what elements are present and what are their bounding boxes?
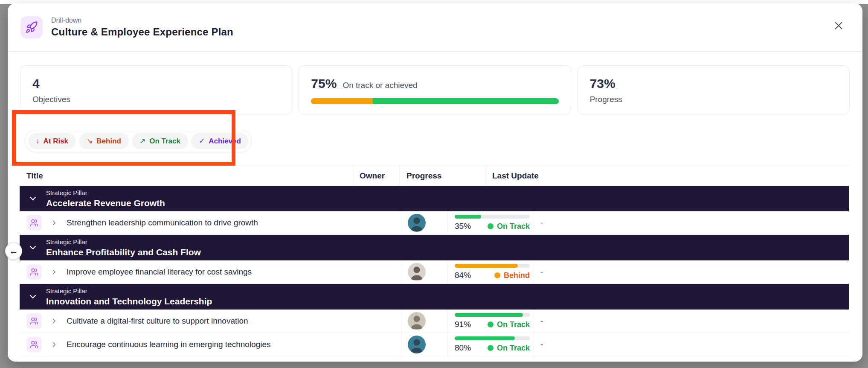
- objective-type-icon-box: [26, 264, 42, 280]
- users-icon: [30, 317, 38, 325]
- progress-bar-fill: [455, 336, 515, 340]
- drilldown-modal: Drill-down Culture & Employee Experience…: [8, 3, 862, 362]
- avatar-silhouette: [408, 336, 426, 353]
- objective-row[interactable]: Cultivate a digital-first culture to sup…: [20, 310, 849, 333]
- pillar-text-block: Strategic Pillar Enhance Profitability a…: [46, 238, 201, 257]
- chevron-right-icon[interactable]: [50, 341, 58, 348]
- pillar-kicker: Strategic Pillar: [46, 287, 212, 295]
- progress-value: 91%: [455, 320, 471, 329]
- pillar-row-innovation-technology[interactable]: Strategic Pillar Innovation and Technolo…: [20, 284, 849, 310]
- progress-bar: [455, 336, 530, 340]
- objective-type-icon-box: [26, 337, 42, 352]
- avatar: [408, 336, 426, 353]
- pillar-row-accelerate-revenue-growth[interactable]: Strategic Pillar Accelerate Revenue Grow…: [20, 186, 849, 211]
- header-divider: [8, 51, 862, 52]
- progress-bar-fill: [455, 313, 523, 317]
- objectives-label: Objectives: [32, 95, 280, 104]
- chevron-right-icon[interactable]: [50, 219, 58, 227]
- chevron-right-icon[interactable]: [50, 268, 58, 276]
- last-update-cell: -: [533, 333, 849, 356]
- filter-chip-label: On Track: [149, 137, 180, 146]
- chevron-right-icon[interactable]: [50, 317, 58, 325]
- objective-title: Cultivate a digital-first culture to sup…: [67, 316, 248, 326]
- owner-cell: [401, 260, 447, 283]
- check-icon: ✓: [199, 137, 205, 146]
- avatar: [408, 312, 426, 330]
- progress-percent: 73%: [590, 76, 837, 91]
- status-badge: On Track: [488, 222, 530, 231]
- filter-chip-label: Achieved: [209, 137, 241, 146]
- page-title: Culture & Employee Experience Plan: [51, 26, 233, 38]
- pillar-row-enhance-profitability[interactable]: Strategic Pillar Enhance Profitability a…: [20, 235, 849, 260]
- status-badge: On Track: [488, 320, 530, 329]
- column-header-progress: Progress: [399, 166, 485, 186]
- status-dot: [488, 321, 494, 327]
- table-header-row: Title Owner Progress Last Update: [20, 165, 849, 186]
- chevron-down-icon[interactable]: [26, 193, 39, 204]
- progress-bar-fill: [455, 264, 518, 268]
- objective-row[interactable]: Improve employee financial literacy for …: [20, 260, 849, 284]
- progress-value: 80%: [455, 343, 471, 353]
- column-header-last-update: Last Update: [485, 166, 849, 186]
- chevron-down-icon[interactable]: [26, 292, 39, 302]
- objective-row[interactable]: Encourage continuous learning in emergin…: [20, 333, 849, 356]
- arrow-up-right-icon: ↗: [139, 137, 145, 146]
- objective-row[interactable]: Strengthen leadership communication to d…: [20, 211, 849, 235]
- pillar-text-block: Strategic Pillar Innovation and Technolo…: [46, 287, 212, 306]
- on-track-label: On track or achieved: [343, 81, 417, 90]
- pillar-kicker: Strategic Pillar: [46, 189, 165, 196]
- status-distribution-bar: [311, 98, 558, 104]
- on-track-percent: 75%: [311, 76, 337, 91]
- column-header-owner: Owner: [353, 166, 399, 186]
- progress-value: 84%: [455, 271, 471, 280]
- progress-cell: 91% On Track: [447, 310, 533, 333]
- objective-title-cell: Improve employee financial literacy for …: [20, 260, 401, 283]
- users-icon: [30, 268, 38, 276]
- progress-cell: 84% Behind: [447, 260, 533, 283]
- filter-chip-achieved[interactable]: ✓ Achieved: [191, 133, 249, 149]
- avatar: [408, 214, 426, 232]
- stat-card-objectives: 4 Objectives: [20, 65, 292, 114]
- arrow-down-right-icon: ↘: [87, 137, 93, 146]
- close-button[interactable]: [832, 19, 845, 32]
- filter-chip-behind[interactable]: ↘ Behind: [79, 133, 129, 149]
- avatar-silhouette: [408, 263, 426, 281]
- objectives-table: Title Owner Progress Last Update Strateg…: [20, 165, 849, 356]
- progress-label: Progress: [590, 95, 837, 104]
- pillar-text-block: Strategic Pillar Accelerate Revenue Grow…: [46, 189, 165, 207]
- users-icon: [30, 340, 38, 349]
- modal-header: Drill-down Culture & Employee Experience…: [8, 3, 862, 38]
- arrow-left-icon: ←: [9, 246, 18, 256]
- objective-title: Improve employee financial literacy for …: [67, 267, 252, 277]
- owner-cell: [401, 310, 447, 333]
- bar-segment-behind: [311, 98, 373, 104]
- stat-card-on-track: 75% On track or achieved: [299, 65, 571, 114]
- progress-cell: 35% On Track: [447, 211, 533, 234]
- objective-title: Encourage continuous learning in emergin…: [67, 340, 271, 349]
- objective-title-cell: Cultivate a digital-first culture to sup…: [20, 310, 401, 333]
- status-badge: On Track: [488, 344, 530, 353]
- owner-cell: [401, 211, 447, 234]
- status-dot: [494, 272, 500, 278]
- stats-row: 4 Objectives 75% On track or achieved 73…: [20, 65, 850, 114]
- filter-chip-label: At Risk: [44, 137, 69, 146]
- stat-card-progress: 73% Progress: [578, 65, 850, 114]
- chevron-down-icon[interactable]: [26, 242, 39, 253]
- progress-bar: [455, 313, 530, 317]
- filter-chip-on-track[interactable]: ↗ On Track: [132, 133, 188, 149]
- avatar-silhouette: [408, 312, 426, 330]
- progress-bar-fill: [455, 215, 481, 219]
- pillar-name: Enhance Profitability and Cash Flow: [46, 247, 201, 257]
- objective-title-cell: Encourage continuous learning in emergin…: [20, 333, 401, 356]
- bar-segment-on-track: [373, 98, 558, 104]
- avatar: [408, 263, 426, 281]
- objectives-count: 4: [32, 76, 280, 91]
- progress-bar: [455, 264, 530, 268]
- filter-chip-at-risk[interactable]: ↓ At Risk: [28, 133, 76, 149]
- users-icon: [30, 219, 38, 227]
- back-button[interactable]: ←: [5, 242, 22, 260]
- objective-type-icon-box: [26, 313, 42, 329]
- objective-title: Strengthen leadership communication to d…: [67, 218, 258, 228]
- pillar-name: Innovation and Technology Leadership: [46, 296, 212, 306]
- rocket-icon-box: [20, 16, 43, 38]
